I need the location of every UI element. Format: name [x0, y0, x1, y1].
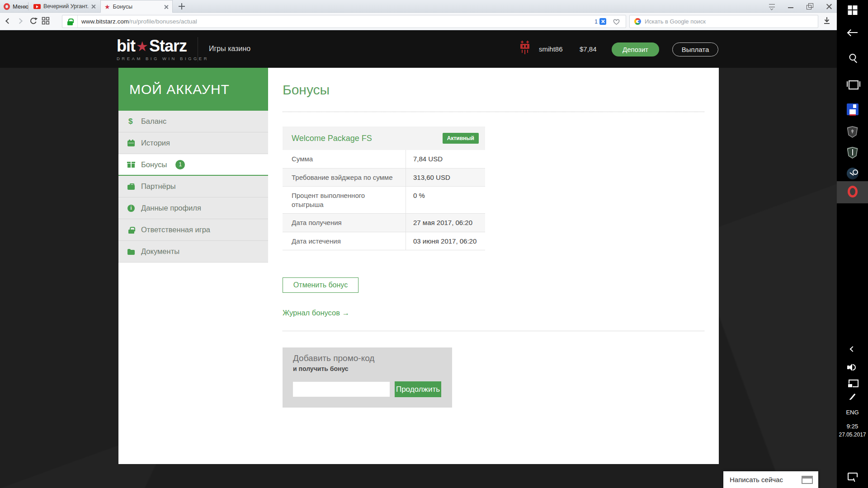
chat-widget[interactable]: Написать сейчас: [723, 471, 818, 488]
windows-taskbar: ENG 9:25 27.05.2017: [837, 0, 868, 488]
chat-window-icon: [802, 476, 813, 484]
sidebar-item-label: Бонусы: [141, 160, 167, 169]
steam-icon[interactable]: [847, 168, 859, 179]
taskbar-search-icon[interactable]: [849, 54, 856, 61]
tab-bar: Меню Вечерний Ургант. В гостя ★ Бонусы: [0, 0, 837, 13]
sidebar-item-partners[interactable]: Партнёры: [118, 176, 268, 197]
logo-text-bit: bit: [117, 37, 135, 56]
dollar-icon: [127, 117, 135, 126]
volume-icon[interactable]: [847, 364, 858, 371]
dotted-divider: [283, 331, 704, 331]
row-value: 313,60 USD: [406, 169, 485, 187]
table-row: Требование вэйджера по сумме 313,60 USD: [283, 169, 485, 187]
world-of-warships-icon[interactable]: [847, 147, 858, 159]
page-title: Бонусы: [283, 82, 330, 98]
row-value: 27 мая 2017, 06:20: [406, 214, 485, 232]
windows-start-icon[interactable]: [848, 5, 857, 15]
youtube-icon: [33, 4, 41, 9]
gift-icon: [127, 160, 135, 169]
sidebar-title: МОЙ АККАУНТ: [118, 68, 268, 111]
sidebar-item-profile[interactable]: Данные профиля: [118, 197, 268, 219]
star-icon: ★: [104, 4, 110, 10]
cancel-bonus-button[interactable]: Отменить бонус: [283, 277, 359, 293]
briefcase-icon: [127, 183, 135, 191]
status-badge: Активный: [443, 133, 479, 144]
info-icon: [127, 204, 135, 212]
browser-toolbar: www.bitstarz.com/ru/profile/bonuses/actu…: [0, 13, 837, 30]
logo-text-starz: Starz: [149, 37, 187, 56]
restore-icon[interactable]: [807, 3, 813, 9]
opera-logo-icon: [4, 3, 10, 10]
sidebar-item-label: История: [141, 139, 170, 147]
tab-title: Бонусы: [113, 4, 161, 10]
dotted-divider: [283, 112, 704, 112]
clock-date[interactable]: 27.05.2017: [837, 432, 868, 438]
bonus-table: Welcome Package FS Активный Сумма 7,84 U…: [283, 127, 485, 250]
close-icon[interactable]: [164, 5, 169, 9]
payout-button[interactable]: Выплата: [672, 42, 718, 56]
sidebar-item-documents[interactable]: Документы: [118, 241, 268, 263]
hidden-icons-chevron[interactable]: [849, 346, 855, 352]
heart-icon[interactable]: [613, 18, 620, 25]
bonus-table-header: Welcome Package FS Активный: [283, 127, 485, 150]
bitstarz-logo[interactable]: bit ★ Starz DREAM BIG WIN BIGGER: [117, 37, 209, 61]
pen-icon[interactable]: [849, 393, 857, 401]
close-window-icon[interactable]: [826, 3, 832, 9]
bonus-robot-icon[interactable]: [519, 41, 531, 55]
row-value: 7,84 USD: [406, 150, 485, 168]
page-viewport: bit ★ Starz DREAM BIG WIN BIGGER Игры ка…: [0, 31, 837, 488]
sidebar-item-balance[interactable]: Баланс: [118, 111, 268, 132]
downloads-icon[interactable]: [822, 16, 832, 26]
forward-icon[interactable]: [16, 17, 26, 27]
tab-menu-icon[interactable]: [769, 3, 775, 9]
bonus-journal-link[interactable]: Журнал бонусов →: [283, 309, 349, 317]
promo-code-input[interactable]: [293, 382, 390, 397]
action-center-icon[interactable]: [848, 473, 858, 480]
logo-tagline: DREAM BIG WIN BIGGER: [117, 56, 209, 61]
new-tab-button[interactable]: [177, 2, 186, 11]
network-icon[interactable]: [848, 380, 858, 387]
promo-submit-button[interactable]: Продолжить: [395, 381, 441, 397]
balance-amount: $7,84: [580, 45, 597, 53]
url-text[interactable]: www.bitstarz.com/ru/profile/bonuses/actu…: [81, 18, 594, 25]
taskbar-back-icon[interactable]: [847, 28, 858, 37]
opera-menu-label: Меню: [13, 3, 28, 10]
opera-menu-button[interactable]: Меню: [4, 0, 28, 13]
deposit-button[interactable]: Депозит: [612, 42, 659, 56]
browser-window: Меню Вечерний Ургант. В гостя ★ Бонусы: [0, 0, 837, 488]
url-path: /ru/profile/bonuses/actual: [129, 18, 197, 25]
sidebar-item-history[interactable]: История: [118, 132, 268, 154]
back-icon[interactable]: [4, 17, 14, 27]
speed-dial-icon[interactable]: [42, 17, 52, 27]
secure-lock-area[interactable]: [62, 15, 78, 28]
save-app-icon[interactable]: [847, 103, 859, 115]
minimize-icon[interactable]: [788, 3, 794, 9]
logo-star-icon: ★: [136, 38, 148, 54]
row-label: Дата получения: [283, 214, 406, 232]
language-indicator[interactable]: ENG: [837, 409, 868, 416]
tab-bonuses-active[interactable]: ★ Бонусы: [100, 0, 173, 13]
sidebar-item-bonuses[interactable]: Бонусы 1: [118, 154, 268, 176]
extension-badge-count: 1: [594, 19, 598, 25]
sidebar-item-responsible-gaming[interactable]: Ответственная игра: [118, 219, 268, 241]
nav-casino-games[interactable]: Игры казино: [209, 45, 250, 53]
close-icon[interactable]: [91, 4, 96, 9]
task-view-icon[interactable]: [847, 80, 859, 89]
username[interactable]: smiht86: [539, 45, 563, 53]
google-icon: [634, 18, 641, 25]
search-input[interactable]: Искать в Google поиск: [629, 15, 818, 28]
world-of-tanks-icon[interactable]: [847, 126, 858, 138]
extension-icon[interactable]: [599, 18, 606, 25]
row-label: Процент выполненного отыгрыша: [283, 187, 406, 213]
search-placeholder: Искать в Google поиск: [645, 18, 706, 25]
tab-youtube[interactable]: Вечерний Ургант. В гостя: [30, 0, 99, 13]
opera-app-icon[interactable]: [848, 186, 858, 197]
clock-time[interactable]: 9:25: [837, 423, 868, 430]
tab-title: Вечерний Ургант. В гостя: [43, 3, 89, 9]
address-bar[interactable]: www.bitstarz.com/ru/profile/bonuses/actu…: [62, 15, 626, 28]
promo-code-box: Добавить промо-код и получить бонус Прод…: [283, 347, 452, 408]
url-host: www.bitstarz.com: [81, 18, 129, 25]
reload-icon[interactable]: [29, 17, 39, 27]
table-row: Дата получения 27 мая 2017, 06:20: [283, 214, 485, 232]
folder-icon: [127, 248, 135, 256]
